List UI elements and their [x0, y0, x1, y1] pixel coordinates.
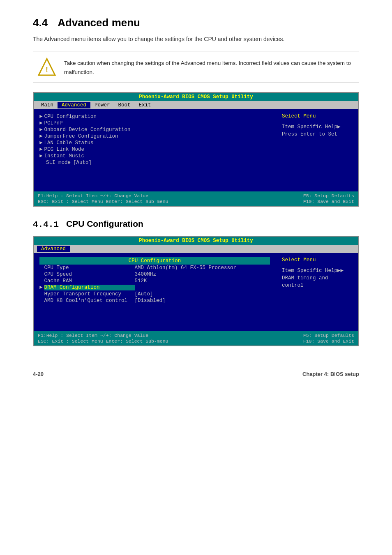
bios-cpu-footer-f5: F5: Setup Defaults	[303, 333, 354, 338]
cpu-list-item: Hyper Transport Frequency[Auto]	[39, 291, 270, 297]
svg-text:!: !	[46, 66, 48, 74]
warning-text: Take caution when changing the settings …	[64, 57, 355, 76]
bios-cpu-section-header: CPU Configuration	[39, 257, 270, 265]
arrow-icon: ►	[39, 285, 43, 290]
arrow-icon: ►	[39, 153, 43, 159]
bios-list-item: ► PCIPnP	[39, 120, 270, 127]
bios-list-item: ► CPU Configuration	[39, 113, 270, 120]
bios-footer-f5: F5: Setup Defaults	[303, 193, 354, 198]
cpu-item-label: Hyper Transport Frequency	[44, 291, 135, 297]
cpu-item-label: Cache RAM	[44, 278, 135, 284]
cpu-item-value: [Auto]	[135, 291, 153, 297]
cpu-item-label: CPU Type	[44, 265, 135, 271]
bios-menu-boot[interactable]: Boot	[114, 102, 135, 108]
bios-menu-advanced[interactable]: Advanced	[58, 102, 90, 108]
bios-cpu-footer-left: F1:Help : Select Item ~/+: Change Value …	[38, 333, 168, 344]
bios-cpu-help-line-4: control	[282, 283, 353, 288]
bios-list-item: ► PEG Link Mode	[39, 146, 270, 153]
page-number: 4-20	[33, 371, 44, 377]
item-value: [Auto]	[73, 160, 92, 166]
bios-items-list: ► CPU Configuration► PCIPnP► Onboard Dev…	[34, 109, 276, 191]
item-label: Instant Music	[44, 153, 85, 159]
bios-cpu-menu-bar: Advanced	[34, 245, 358, 253]
item-label: PEG Link Mode	[44, 147, 85, 152]
bios-cpu-footer-esc: ESC: Exit : Select Menu Enter: Select Su…	[38, 339, 168, 344]
bios-help-line-3: Press Enter to Set	[282, 131, 353, 137]
item-label: LAN Cable Status	[44, 140, 94, 146]
arrow-icon: ►	[39, 147, 43, 152]
bios-cpu-footer-right: F5: Setup Defaults F10: Save and Exit	[303, 333, 354, 344]
arrow-icon: ►	[39, 134, 43, 139]
chapter-label: Chapter 4: BIOS setup	[302, 371, 359, 377]
bios-menu-main[interactable]: Main	[37, 102, 58, 108]
arrow-icon: ►	[39, 127, 43, 133]
bios-help-panel: Select Menu Item Specific Help▶ Press En…	[276, 109, 358, 191]
bios-cpu-title: Phoenix-Award BIOS CMOS Setup Utility	[34, 237, 358, 245]
bios-cpu-footer: F1:Help : Select Item ~/+: Change Value …	[34, 331, 358, 345]
bios-list-item: ► JumperFree Configuration	[39, 133, 270, 140]
item-label: Onboard Device Configuration	[44, 127, 131, 133]
bios-cpu-help-title: Select Menu	[282, 257, 353, 263]
bios-list-item: ► LAN Cable Status	[39, 140, 270, 146]
arrow-icon: ►	[39, 140, 43, 146]
bios-screen-cpu: Phoenix-Award BIOS CMOS Setup Utility Ad…	[33, 236, 359, 346]
cpu-item-label: DRAM Configuration	[44, 285, 135, 290]
bios-cpu-footer-f10: F10: Save and Exit	[303, 339, 354, 344]
cpu-item-label: CPU Speed	[44, 272, 135, 277]
cpu-list-item: CPU TypeAMD Athlon(tm) 64 FX-55 Processo…	[39, 265, 270, 271]
bios-footer-right: F5: Setup Defaults F10: Save and Exit	[303, 193, 354, 204]
bios-screen-advanced: Phoenix-Award BIOS CMOS Setup Utility Ma…	[33, 92, 359, 207]
cpu-item-value: 512K	[135, 278, 147, 284]
item-label: CPU Configuration	[44, 114, 97, 120]
cpu-list-item: ►DRAM Configuration	[39, 284, 270, 291]
item-label: JumperFree Configuration	[44, 134, 118, 139]
section-44-desc: The Advanced menu items allow you to cha…	[33, 35, 359, 44]
bios-cpu-help: Select Menu Item Specific Help▶▶ DRAM ti…	[276, 253, 358, 331]
item-label: SLI mode	[39, 160, 71, 166]
bios-list-item: SLI mode[Auto]	[39, 159, 270, 166]
cpu-list-item: Cache RAM512K	[39, 278, 270, 284]
cpu-item-value: AMD Athlon(tm) 64 FX-55 Processor	[135, 265, 237, 271]
warning-box: ! Take caution when changing the setting…	[33, 51, 359, 83]
bios-footer-left: F1:Help : Select Item ~/+: Change Value …	[38, 193, 168, 204]
bios-footer: F1:Help : Select Item ~/+: Change Value …	[34, 191, 358, 206]
cpu-list-item: AMD K8 Cool'n'Quiet control[Disabled]	[39, 297, 270, 304]
arrow-icon: ►	[39, 120, 43, 126]
bios-title: Phoenix-Award BIOS CMOS Setup Utility	[34, 93, 358, 101]
bios-footer-help: F1:Help : Select Item ~/+: Change Value	[38, 193, 168, 198]
cpu-item-value: 3400MHz	[135, 272, 157, 277]
bios-body: ► CPU Configuration► PCIPnP► Onboard Dev…	[34, 109, 358, 191]
bios-cpu-menu-advanced[interactable]: Advanced	[37, 246, 70, 252]
bios-footer-esc: ESC: Exit : Select Menu Enter: Select Su…	[38, 199, 168, 204]
item-label: PCIPnP	[44, 120, 63, 126]
cpu-list-item: CPU Speed3400MHz	[39, 271, 270, 278]
bios-cpu-body: CPU Configuration CPU TypeAMD Athlon(tm)…	[34, 253, 358, 331]
bios-cpu-items: CPU Configuration CPU TypeAMD Athlon(tm)…	[34, 253, 276, 331]
cpu-item-label: AMD K8 Cool'n'Quiet control	[44, 298, 135, 304]
bios-footer-f10: F10: Save and Exit	[303, 199, 354, 204]
bios-list-item: ► Onboard Device Configuration	[39, 127, 270, 133]
bios-cpu-help-line-1: Item Specific Help▶▶	[282, 267, 353, 274]
arrow-icon: ►	[39, 114, 43, 120]
cpu-item-value: [Disabled]	[135, 298, 166, 304]
section-44-title: 4.4Advanced menu	[33, 16, 359, 29]
bios-cpu-help-line-3: DRAM timing and	[282, 275, 353, 281]
bios-help-line-1: Item Specific Help▶	[282, 123, 353, 130]
bios-help-title: Select Menu	[282, 113, 353, 119]
warning-icon: !	[37, 57, 57, 77]
bios-menu-exit[interactable]: Exit	[135, 102, 155, 108]
bios-menu-power[interactable]: Power	[90, 102, 114, 108]
page-footer: 4-20 Chapter 4: BIOS setup	[33, 371, 359, 377]
section-441-title: 4.4.1CPU Configuration	[33, 219, 359, 229]
bios-menu-bar: Main Advanced Power Boot Exit	[34, 101, 358, 109]
bios-list-item: ► Instant Music	[39, 153, 270, 159]
bios-cpu-footer-help: F1:Help : Select Item ~/+: Change Value	[38, 333, 168, 338]
